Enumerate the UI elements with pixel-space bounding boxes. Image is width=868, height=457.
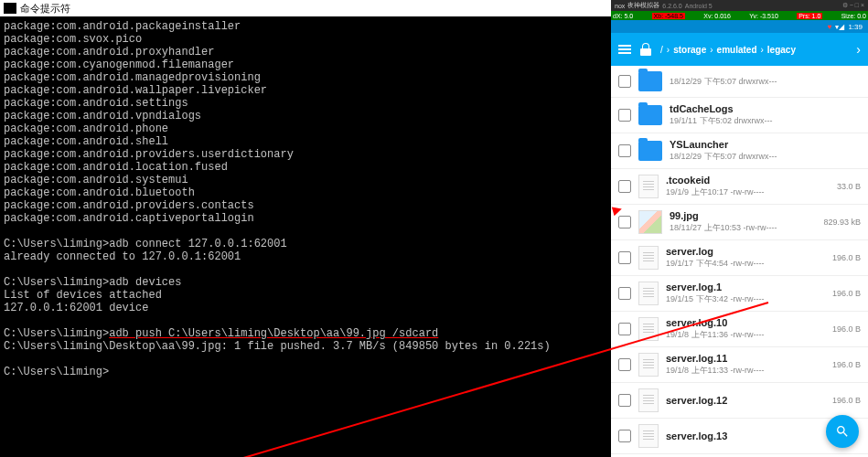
file-size: 196.0 B	[832, 360, 861, 369]
chevron-right-icon: ›	[761, 45, 764, 55]
android-emulator: nox 夜神模拟器 6.2.6.0 Android 5 ⚙ − □ × dX: …	[611, 0, 868, 457]
push-result: C:\Users\liming\Desktop\aa\99.jpg: 1 fil…	[4, 340, 551, 353]
xb-value: Xb: -548.5	[652, 13, 685, 19]
xv-value: Xv: 0.016	[703, 13, 731, 19]
yv-value: Yv: -3.510	[749, 13, 778, 19]
chevron-right-icon: ›	[710, 45, 713, 55]
search-fab[interactable]	[826, 415, 859, 448]
bc-root: /	[660, 45, 663, 55]
heart-icon: ♥	[828, 23, 832, 31]
checkbox[interactable]	[618, 394, 631, 407]
file-meta: 18/12/29 下午5:07 drwxrwx---	[670, 151, 853, 163]
checkbox[interactable]	[618, 144, 631, 157]
checkbox[interactable]	[618, 430, 631, 442]
file-row[interactable]: server.log.1119/1/8 上午11:33 -rw-rw----19…	[611, 347, 868, 383]
file-name: server.log	[666, 246, 825, 257]
push-command: adb push C:\Users\liming\Desktop\aa\99.j…	[109, 327, 438, 340]
file-name: tdCacheLogs	[670, 103, 853, 114]
checkbox[interactable]	[618, 216, 631, 228]
prompt: C:\Users\liming>	[4, 327, 109, 340]
checkbox[interactable]	[618, 75, 631, 88]
folder-icon	[638, 141, 662, 161]
size-value: Size: 0.0	[841, 13, 866, 19]
file-row[interactable]: .tcookeid19/1/9 上午10:17 -rw-rw----33.0 B	[611, 169, 868, 205]
file-info: server.log.119/1/15 下午3:42 -rw-rw----	[666, 282, 825, 305]
checkbox[interactable]	[618, 323, 631, 335]
file-info: YSLauncher18/12/29 下午5:07 drwxrwx---	[670, 139, 853, 163]
image-thumbnail	[638, 210, 662, 234]
wifi-icon: ▾◢	[835, 23, 844, 31]
status-time: 1:39	[848, 23, 863, 31]
terminal-window: 命令提示符 package:com.android.packageinstall…	[0, 0, 611, 457]
file-size: 196.0 B	[832, 396, 861, 405]
file-name: .tcookeid	[666, 175, 830, 186]
file-name: 99.jpg	[670, 210, 816, 221]
nox-logo: nox	[615, 3, 625, 9]
cmd-icon	[4, 3, 16, 14]
dx-value: dX: 5.0	[613, 13, 633, 19]
android-status-bar[interactable]: ♥ ▾◢ 1:39	[611, 20, 868, 33]
file-info: server.log19/1/17 下午4:54 -rw-rw----	[666, 246, 825, 270]
nox-platform: Android 5	[685, 3, 713, 9]
file-size: 196.0 B	[832, 253, 861, 262]
checkbox[interactable]	[618, 251, 631, 264]
terminal-output[interactable]: package:com.android.packageinstaller pac…	[0, 16, 611, 382]
file-list[interactable]: 18/12/29 下午5:07 drwxrwx---tdCacheLogs19/…	[611, 66, 868, 457]
file-info: server.log.12	[666, 395, 825, 407]
checkbox[interactable]	[618, 109, 631, 122]
final-prompt: C:\Users\liming>	[4, 366, 109, 378]
file-info: 18/12/29 下午5:07 drwxrwx---	[670, 75, 853, 88]
nox-titlebar[interactable]: nox 夜神模拟器 6.2.6.0 Android 5 ⚙ − □ ×	[611, 0, 868, 11]
file-icon	[638, 353, 659, 377]
file-name: server.log.11	[666, 353, 825, 364]
chevron-right-icon: ›	[667, 45, 670, 55]
file-row[interactable]: 18/12/29 下午5:07 drwxrwx---	[611, 66, 868, 98]
debug-bar: dX: 5.0 Xb: -548.5 Xv: 0.016 Yv: -3.510 …	[611, 11, 868, 20]
file-row[interactable]: server.log19/1/17 下午4:54 -rw-rw----196.0…	[611, 240, 868, 276]
checkbox[interactable]	[618, 180, 631, 193]
bc-emulated[interactable]: emulated	[717, 45, 757, 55]
lock-icon[interactable]	[640, 43, 651, 56]
file-meta: 19/1/8 上午11:36 -rw-rw----	[666, 329, 825, 341]
file-name: YSLauncher	[670, 139, 853, 150]
checkbox[interactable]	[618, 358, 631, 371]
file-row[interactable]: server.log.1019/1/8 上午11:36 -rw-rw----19…	[611, 312, 868, 347]
file-meta: 18/12/29 下午5:07 drwxrwx---	[670, 76, 853, 88]
file-meta: 19/1/11 下午5:02 drwxrwx---	[670, 115, 853, 127]
file-explorer-toolbar: / › storage › emulated › legacy ›	[611, 33, 868, 66]
file-row[interactable]: tdCacheLogs19/1/11 下午5:02 drwxrwx---	[611, 98, 868, 133]
file-info: server.log.1019/1/8 上午11:36 -rw-rw----	[666, 317, 825, 341]
file-row[interactable]: server.log.12196.0 B	[611, 383, 868, 419]
menu-icon[interactable]	[618, 45, 631, 54]
file-size: 196.0 B	[832, 324, 861, 334]
window-controls[interactable]: ⚙ − □ ×	[842, 2, 864, 9]
folder-icon	[638, 105, 662, 125]
file-icon	[638, 424, 659, 448]
terminal-titlebar[interactable]: 命令提示符	[0, 0, 611, 16]
checkbox[interactable]	[618, 287, 631, 300]
file-row[interactable]: YSLauncher18/12/29 下午5:07 drwxrwx---	[611, 133, 868, 169]
file-icon	[638, 388, 659, 412]
file-info: .tcookeid19/1/9 上午10:17 -rw-rw----	[666, 175, 830, 198]
file-name: server.log.12	[666, 395, 825, 406]
file-size: 829.93 kB	[823, 218, 861, 227]
file-size: 196.0 B	[832, 289, 861, 298]
file-info: tdCacheLogs19/1/11 下午5:02 drwxrwx---	[670, 103, 853, 127]
file-row[interactable]: 99.jpg18/11/27 上午10:53 -rw-rw----829.93 …	[611, 205, 868, 240]
file-meta: 18/11/27 上午10:53 -rw-rw----	[670, 222, 816, 234]
file-row[interactable]: server.log.119/1/15 下午3:42 -rw-rw----196…	[611, 276, 868, 312]
breadcrumb[interactable]: / › storage › emulated › legacy	[660, 45, 796, 55]
bc-storage[interactable]: storage	[673, 45, 706, 55]
chevron-right-icon[interactable]: ›	[856, 42, 861, 57]
file-info: server.log.1119/1/8 上午11:33 -rw-rw----	[666, 353, 825, 377]
file-icon	[638, 282, 659, 305]
search-icon	[835, 424, 850, 439]
prs-value: Prs: 1.0	[797, 13, 822, 19]
nox-version: 6.2.6.0	[662, 3, 681, 9]
file-info: 99.jpg18/11/27 上午10:53 -rw-rw----	[670, 210, 816, 234]
file-size: 33.0 B	[837, 182, 861, 191]
file-icon	[638, 175, 659, 198]
file-meta: 19/1/15 下午3:42 -rw-rw----	[666, 293, 825, 305]
bc-legacy[interactable]: legacy	[767, 45, 796, 55]
nox-title: 夜神模拟器	[627, 1, 659, 10]
